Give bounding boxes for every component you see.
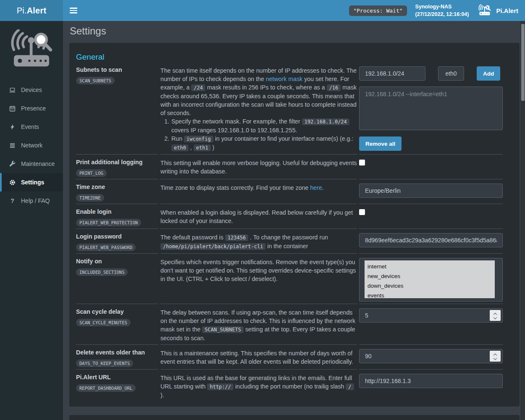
setting-control-cell — [359, 304, 503, 344]
top-navbar: Pi.Alert "Process: Wait" Synology-NAS (2… — [0, 0, 525, 21]
setting-name: Time zone — [76, 184, 158, 191]
pi-alert-url-input[interactable] — [359, 374, 503, 388]
inline-code: /24 — [191, 84, 205, 91]
sidebar-item-label: Settings — [21, 179, 44, 186]
bolt-icon — [9, 124, 16, 130]
sidebar-toggle-icon[interactable] — [70, 8, 77, 13]
select-option[interactable]: down_devices — [365, 281, 495, 291]
scrollbar-thumb[interactable] — [521, 24, 525, 101]
description-list-item: Run iwconfig in your container to find y… — [171, 134, 357, 152]
setting-description: The default password is 123456 . To chan… — [160, 228, 357, 253]
brand-logo[interactable]: Pi.Alert — [0, 0, 63, 21]
setting-control-cell — [359, 179, 503, 204]
print-additional-logging-checkbox[interactable] — [359, 160, 365, 165]
add-subnet-button[interactable]: Add — [477, 66, 500, 81]
setting-name: Scan cycle delay — [76, 308, 158, 315]
section-title: General — [76, 52, 503, 62]
page-title: Settings — [70, 25, 520, 37]
sidebar-nav: DevicesPresenceEventsNetworkMaintenanceS… — [0, 81, 63, 210]
scan-cycle-delay-number-input[interactable] — [359, 308, 503, 323]
time-zone-input[interactable] — [359, 184, 503, 198]
enable-login-checkbox[interactable] — [359, 209, 365, 215]
nav-brand[interactable]: Pi.Alert — [477, 4, 518, 17]
setting-name-cell: Notify onINCLUDED_SECTIONS — [76, 253, 158, 304]
setting-name: Notify on — [76, 258, 158, 265]
setting-control-cell — [359, 344, 503, 369]
question-icon: ? — [9, 197, 16, 204]
setting-key-badge: PIALERT_WEB_PASSWORD — [76, 244, 136, 251]
setting-row-login-password: Login passwordPIALERT_WEB_PASSWORDThe de… — [76, 228, 503, 253]
subnet-input[interactable] — [359, 66, 425, 81]
inline-link[interactable]: here — [310, 184, 322, 191]
setting-key-badge: INCLUDED_SECTIONS — [76, 268, 128, 276]
sidebar-item-maintenance[interactable]: Maintenance — [0, 155, 63, 173]
vertical-scrollbar[interactable] — [520, 21, 525, 420]
remove-all-button[interactable]: Remove all — [359, 136, 402, 151]
setting-description: Specifies which events trigger notificat… — [160, 253, 357, 304]
setting-name-cell: Subnets to scanSCAN_SUBNETS — [76, 62, 158, 154]
setting-control-cell: AddRemove all — [359, 62, 503, 154]
setting-name-cell: Delete events older thanDAYS_TO_KEEP_EVE… — [76, 344, 158, 369]
setting-key-badge: REPORT_DASHBOARD_URL — [76, 384, 136, 392]
setting-name: Login password — [76, 233, 158, 240]
setting-name: Enable login — [76, 208, 158, 215]
nav-brand-label: Pi.Alert — [496, 7, 518, 14]
setting-description: When enabled a login dialog is displayed… — [160, 204, 357, 228]
sidebar-item-help-faq[interactable]: ?Help / FAQ — [0, 192, 63, 210]
sidebar-item-label: Help / FAQ — [21, 197, 50, 204]
brand-text: Pi. — [17, 6, 27, 16]
inline-link[interactable]: network mask — [266, 76, 303, 82]
wrench-icon — [9, 161, 16, 167]
notify-on-multiselect[interactable]: internetnew_devicesdown_devicesevents — [359, 258, 503, 302]
setting-name: Subnets to scan — [76, 66, 158, 74]
setting-control-cell — [359, 228, 503, 253]
sidebar-item-events[interactable]: Events — [0, 118, 63, 136]
setting-name: Pi.Alert URL — [76, 374, 158, 381]
setting-description: The delay between scans. If using arp-sc… — [160, 304, 357, 344]
settings-panel-general: GeneralSubnets to scanSCAN_SUBNETSThe sc… — [69, 43, 520, 407]
sidebar-item-devices[interactable]: Devices — [0, 81, 63, 99]
delete-events-older-than-number-input[interactable] — [359, 349, 503, 363]
setting-row-time-zone: Time zoneTIMEZONETime zone to display st… — [76, 179, 503, 204]
setting-row-pi-alert-url: Pi.Alert URLREPORT_DASHBOARD_URLThis URL… — [76, 369, 503, 402]
setting-description: This setting will enable more verbose lo… — [160, 154, 357, 179]
calendar-icon — [9, 105, 16, 112]
gear-icon — [9, 179, 16, 186]
inline-code: /home/pi/pialert/back/pialert-cli — [160, 243, 265, 250]
sidebar-item-label: Presence — [21, 105, 46, 112]
select-option[interactable]: internet — [365, 262, 495, 271]
setting-key-badge: SCAN_CYCLE_MINUTES — [76, 319, 131, 326]
setting-key-badge: SCAN_SUBNETS — [76, 77, 115, 84]
settings-panel-email: EmailEnable emailIf enabled an email is … — [69, 415, 520, 420]
router-scan-icon — [477, 4, 492, 17]
subnet-list-textarea[interactable] — [359, 87, 503, 130]
setting-control-cell — [359, 154, 503, 179]
number-spinner[interactable] — [490, 351, 501, 362]
inline-code: 123456 — [225, 234, 248, 241]
sidebar-item-network[interactable]: Network — [0, 136, 63, 155]
inline-code: / — [346, 383, 354, 390]
login-password-input[interactable] — [359, 233, 503, 247]
setting-row-delete-events-older-than: Delete events older thanDAYS_TO_KEEP_EVE… — [76, 344, 503, 369]
network-icon — [9, 142, 16, 149]
inline-code: /16 — [327, 84, 341, 91]
setting-name: Print additional logging — [76, 159, 158, 166]
inline-code: SCAN_SUBNETS — [202, 326, 244, 333]
setting-control-cell — [359, 204, 503, 228]
select-option[interactable]: events — [365, 291, 495, 298]
number-spinner[interactable] — [490, 310, 501, 321]
inline-code: http:// — [207, 383, 234, 390]
main-content: Settings GeneralSubnets to scanSCAN_SUBN… — [63, 21, 525, 420]
setting-row-scan-cycle-delay: Scan cycle delaySCAN_CYCLE_MINUTESThe de… — [76, 304, 503, 344]
setting-name-cell: Time zoneTIMEZONE — [76, 179, 158, 204]
sidebar-item-label: Events — [21, 123, 39, 130]
sidebar-item-label: Devices — [21, 87, 42, 93]
interface-input[interactable] — [438, 66, 464, 81]
multiselect-options: internetnew_devicesdown_devicesevents — [365, 260, 495, 298]
sidebar-item-settings[interactable]: Settings — [0, 173, 63, 192]
setting-key-badge: TIMEZONE — [76, 194, 104, 202]
select-option[interactable]: new_devices — [365, 271, 495, 281]
setting-control-cell — [359, 369, 503, 402]
sidebar-item-presence[interactable]: Presence — [0, 99, 63, 118]
inline-code: iwconfig — [184, 136, 213, 142]
